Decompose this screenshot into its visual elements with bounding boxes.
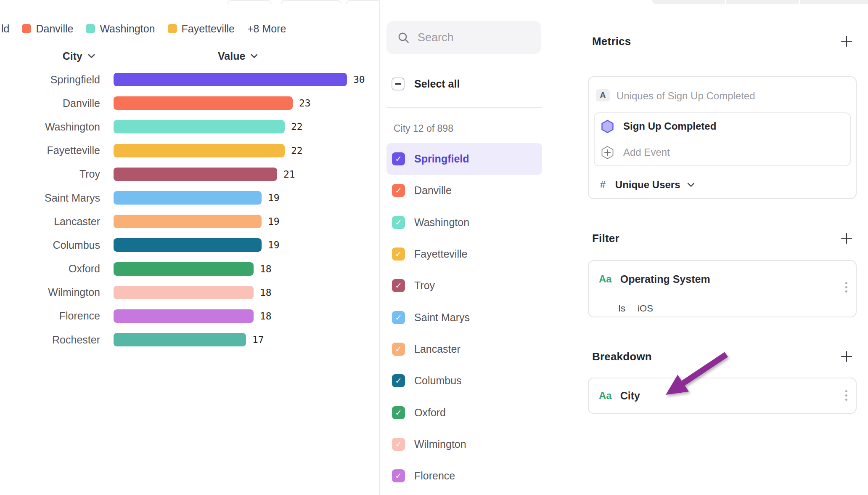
segmented-control-clipped[interactable] bbox=[652, 0, 868, 4]
select-all-row[interactable]: Select all bbox=[392, 77, 460, 90]
bar-category-label: Fayetteville bbox=[0, 144, 100, 157]
metric-letter-badge: A bbox=[596, 89, 610, 101]
bar-category-label: Oxford bbox=[0, 263, 100, 275]
search-input[interactable] bbox=[417, 31, 528, 45]
city-list-item[interactable]: ✓Florence bbox=[386, 460, 542, 492]
city-checkbox[interactable]: ✓ bbox=[392, 248, 405, 261]
filter-condition[interactable]: Is iOS bbox=[618, 303, 653, 314]
city-checkbox[interactable]: ✓ bbox=[392, 438, 405, 451]
bar[interactable] bbox=[114, 120, 285, 133]
bar-category-label: Danville bbox=[0, 97, 100, 109]
chart-panel: ld DanvilleWashingtonFayetteville +8 Mor… bbox=[0, 0, 380, 495]
plus-icon bbox=[840, 232, 853, 245]
legend-swatch bbox=[22, 24, 31, 33]
chart-row: Florence18 bbox=[0, 304, 379, 328]
bar-value-label: 19 bbox=[268, 192, 280, 203]
city-label: Saint Marys bbox=[414, 311, 470, 324]
city-label: Wilmington bbox=[414, 438, 466, 450]
legend-label: Fayetteville bbox=[182, 23, 235, 35]
bar-value-label: 23 bbox=[299, 98, 311, 109]
city-checkbox[interactable]: ✓ bbox=[392, 279, 405, 292]
city-checkbox[interactable]: ✓ bbox=[392, 343, 405, 356]
city-list-item[interactable]: ✓Springfield bbox=[386, 143, 542, 175]
filter-card[interactable]: Aa Operating System Is iOS bbox=[588, 260, 857, 317]
legend-item[interactable]: Washington bbox=[86, 23, 155, 35]
aggregation-label: Unique Users bbox=[615, 179, 680, 191]
legend-more-label[interactable]: +8 More bbox=[247, 23, 286, 35]
add-event-row[interactable]: Add Event bbox=[595, 139, 850, 165]
bar[interactable] bbox=[114, 286, 254, 299]
city-checkbox[interactable]: ✓ bbox=[392, 374, 405, 387]
kebab-menu-icon[interactable] bbox=[845, 282, 847, 293]
bar[interactable] bbox=[114, 262, 254, 276]
city-list-item[interactable]: ✓Troy bbox=[386, 270, 542, 301]
breakdown-card[interactable]: Aa City bbox=[588, 378, 857, 414]
segment-divider bbox=[725, 0, 726, 4]
chart-legend: ld DanvilleWashingtonFayetteville +8 Mor… bbox=[1, 23, 286, 34]
city-checkbox[interactable]: ✓ bbox=[392, 469, 405, 482]
city-list: ✓Springfield✓Danville✓Washington✓Fayette… bbox=[386, 143, 542, 492]
bar[interactable] bbox=[114, 168, 277, 181]
query-inspector-panel: Metrics A Uniques of Sign Up Completed S… bbox=[574, 0, 868, 495]
legend-swatch bbox=[86, 24, 95, 33]
bar-category-label: Springfield bbox=[0, 74, 100, 86]
sort-header-value[interactable]: Value bbox=[218, 50, 258, 62]
checkmark-icon: ✓ bbox=[395, 409, 402, 417]
select-all-checkbox[interactable] bbox=[392, 77, 405, 90]
text-type-icon: Aa bbox=[599, 273, 612, 285]
bar[interactable] bbox=[114, 333, 246, 346]
city-label: Lancaster bbox=[414, 343, 460, 355]
city-checkbox[interactable]: ✓ bbox=[392, 406, 405, 419]
city-list-item[interactable]: ✓Danville bbox=[386, 175, 542, 206]
city-checkbox[interactable]: ✓ bbox=[392, 311, 405, 324]
aggregation-selector[interactable]: # Unique Users bbox=[600, 177, 695, 192]
bar-category-label: Saint Marys bbox=[0, 192, 100, 204]
city-checkbox[interactable]: ✓ bbox=[392, 216, 405, 229]
checkmark-icon: ✓ bbox=[395, 472, 402, 480]
legend-item[interactable]: Danville bbox=[22, 23, 73, 35]
city-header-label: City bbox=[63, 50, 82, 62]
bar-value-label: 22 bbox=[291, 121, 303, 132]
city-list-item[interactable]: ✓Oxford bbox=[386, 397, 542, 428]
bar[interactable] bbox=[114, 144, 285, 157]
metrics-header: Metrics bbox=[592, 34, 853, 49]
city-checkbox[interactable]: ✓ bbox=[392, 152, 405, 165]
city-label: Troy bbox=[414, 279, 435, 292]
event-row[interactable]: Sign Up Completed bbox=[595, 113, 850, 139]
value-header-label: Value bbox=[218, 50, 245, 62]
kebab-menu-icon[interactable] bbox=[845, 390, 847, 401]
sort-header-city[interactable]: City bbox=[0, 50, 95, 62]
chart-row: Rochester17 bbox=[0, 328, 379, 351]
city-label: Springfield bbox=[414, 153, 469, 165]
city-list-item[interactable]: ✓Wilmington bbox=[386, 428, 542, 460]
city-label: Oxford bbox=[414, 407, 446, 419]
bar[interactable] bbox=[114, 96, 293, 110]
bar[interactable] bbox=[114, 191, 262, 205]
search-box[interactable] bbox=[386, 21, 541, 54]
bar[interactable] bbox=[114, 238, 262, 252]
city-list-item[interactable]: ✓Lancaster bbox=[386, 333, 542, 365]
legend-item-clipped: ld bbox=[1, 23, 9, 35]
bar[interactable] bbox=[114, 215, 262, 228]
add-filter-button[interactable] bbox=[840, 232, 853, 245]
add-event-hexagon-icon bbox=[601, 146, 614, 160]
checkmark-icon: ✓ bbox=[395, 250, 402, 258]
add-breakdown-button[interactable] bbox=[840, 350, 853, 363]
city-list-item[interactable]: ✓Fayetteville bbox=[386, 238, 542, 270]
city-list-item[interactable]: ✓Saint Marys bbox=[386, 301, 542, 333]
bar-category-label: Rochester bbox=[0, 334, 100, 346]
text-type-icon: Aa bbox=[599, 390, 612, 402]
legend-item[interactable]: Fayetteville bbox=[168, 23, 235, 35]
city-checkbox[interactable]: ✓ bbox=[392, 184, 405, 197]
city-list-item[interactable]: ✓Columbus bbox=[386, 365, 542, 397]
bar[interactable] bbox=[114, 73, 347, 86]
chart-row: Fayetteville22 bbox=[0, 139, 379, 162]
chart-row: Danville23 bbox=[0, 91, 379, 115]
chart-row: Washington22 bbox=[0, 115, 379, 138]
bar[interactable] bbox=[114, 309, 254, 323]
filter-value: iOS bbox=[638, 303, 653, 314]
city-list-item[interactable]: ✓Washington bbox=[386, 207, 542, 238]
indeterminate-minus-icon bbox=[395, 83, 401, 85]
add-metric-button[interactable] bbox=[840, 35, 853, 48]
legend-label: Danville bbox=[36, 23, 73, 35]
